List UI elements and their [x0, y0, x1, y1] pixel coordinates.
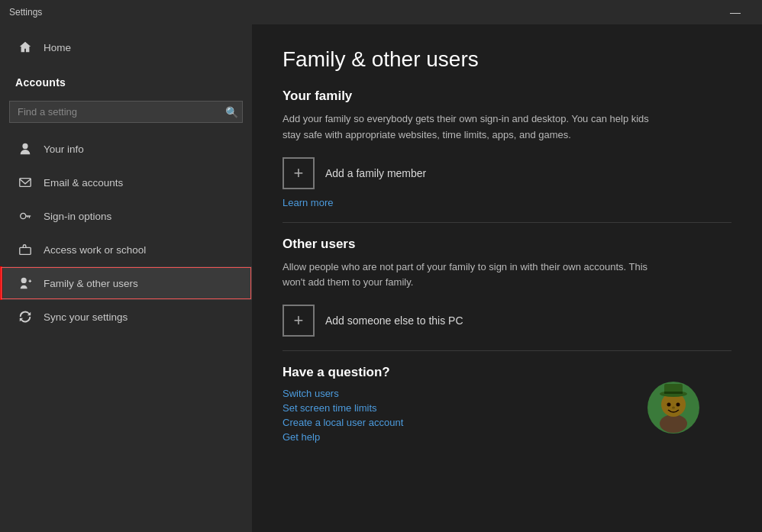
- add-family-label: Add a family member: [325, 167, 426, 179]
- add-other-plus-box[interactable]: +: [283, 305, 315, 337]
- svg-rect-0: [20, 179, 31, 187]
- key-icon: [18, 208, 33, 224]
- section-divider-2: [283, 350, 731, 351]
- sidebar-item-sync[interactable]: Sync your settings: [0, 300, 252, 334]
- search-button[interactable]: 🔍: [225, 106, 238, 118]
- sync-icon: [18, 309, 33, 324]
- your-family-title: Your family: [283, 89, 731, 104]
- sidebar-item-sign-in[interactable]: Sign-in options: [0, 199, 252, 233]
- svg-rect-5: [20, 247, 31, 254]
- svg-rect-12: [664, 392, 683, 394]
- svg-point-1: [21, 213, 26, 218]
- sidebar-sync-label: Sync your settings: [44, 311, 128, 323]
- svg-point-14: [676, 403, 680, 407]
- sidebar-access-work-label: Access work or school: [44, 244, 146, 256]
- search-input[interactable]: [9, 101, 243, 123]
- sidebar-item-family-users[interactable]: Family & other users: [0, 266, 252, 300]
- sidebar-your-info-label: Your info: [44, 143, 84, 155]
- add-other-label: Add someone else to this PC: [325, 314, 463, 327]
- other-users-section: Other users Allow people who are not par…: [283, 237, 731, 337]
- app-title: Settings: [9, 7, 42, 18]
- sidebar: Home Accounts 🔍 Your info Ema: [0, 24, 252, 532]
- window-controls: —: [718, 0, 753, 24]
- other-users-description: Allow people who are not part of your fa…: [283, 260, 657, 292]
- sidebar-section-label: Accounts: [0, 67, 252, 95]
- character-avatar: [647, 382, 699, 434]
- add-family-row[interactable]: + Add a family member: [283, 157, 731, 189]
- sidebar-sign-in-label: Sign-in options: [44, 211, 111, 222]
- person-icon: [18, 141, 33, 156]
- learn-more-link[interactable]: Learn more: [283, 197, 731, 208]
- your-family-description: Add your family so everybody gets their …: [283, 111, 657, 143]
- search-bar[interactable]: 🔍: [9, 101, 243, 123]
- email-icon: [18, 175, 33, 190]
- sidebar-home-label: Home: [44, 42, 71, 53]
- sidebar-email-label: Email & accounts: [44, 177, 123, 189]
- add-family-plus-box[interactable]: +: [283, 157, 315, 189]
- have-question-section: Have a question? Switch users Set screen…: [283, 365, 731, 443]
- character-illustration: [647, 382, 701, 435]
- briefcase-icon: [18, 242, 33, 257]
- home-icon: [18, 40, 33, 55]
- sidebar-family-label: Family & other users: [44, 278, 138, 289]
- title-bar: Settings —: [0, 0, 762, 24]
- main-content: Family & other users Your family Add you…: [252, 24, 762, 532]
- person-add-icon: [18, 276, 33, 291]
- sidebar-item-your-info[interactable]: Your info: [0, 132, 252, 166]
- svg-point-13: [667, 403, 671, 407]
- page-title: Family & other users: [283, 47, 731, 72]
- sidebar-item-home[interactable]: Home: [0, 31, 252, 64]
- sidebar-item-email-accounts[interactable]: Email & accounts: [0, 166, 252, 199]
- section-divider-1: [283, 222, 731, 223]
- your-family-section: Your family Add your family so everybody…: [283, 89, 731, 208]
- svg-point-15: [672, 407, 675, 409]
- add-other-user-row[interactable]: + Add someone else to this PC: [283, 305, 731, 337]
- other-users-title: Other users: [283, 237, 731, 252]
- minimize-button[interactable]: —: [718, 0, 753, 24]
- have-question-title: Have a question?: [283, 365, 731, 380]
- sidebar-item-access-work[interactable]: Access work or school: [0, 233, 252, 266]
- app-body: Home Accounts 🔍 Your info Ema: [0, 24, 762, 532]
- svg-point-8: [660, 414, 687, 433]
